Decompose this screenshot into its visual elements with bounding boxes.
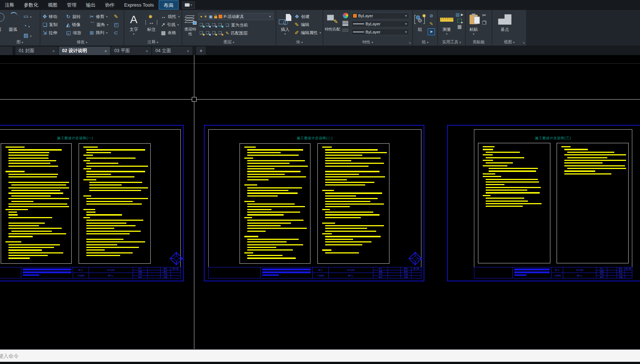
calculator-icon[interactable]: ▦ [457,24,462,29]
command-line-bar[interactable]: 键入命令 [0,349,640,362]
rectangle-tool-icon[interactable]: ▭ ▾ [24,13,32,19]
layer-isolate-icon[interactable] [205,22,211,28]
ungroup-button[interactable]: ⊘ [428,12,435,19]
color-wheel-icon[interactable] [343,13,348,18]
move-button[interactable]: ✥移动 [43,12,58,21]
copy-clip-icon[interactable]: ❐ [482,21,486,25]
menu-item-7[interactable]: Express Tools [119,0,159,10]
text-line [83,168,91,169]
close-icon[interactable]: × [53,49,55,53]
ribbon: 圆 圆弧 ▭ ▾ ◔ ▾ ▨ ▾ 图 ▾ ✥移动 ❏复制 ⇲拉伸 ↻旋转 ◭镜像… [0,10,640,46]
layer-off-icon[interactable] [199,22,205,28]
match-layer-button[interactable]: ✎匹配图层 [226,30,248,36]
ribbon-display-toggle[interactable]: ▾ [182,1,195,9]
lineweight-icon[interactable] [342,20,348,26]
close-icon[interactable]: × [105,49,107,53]
text-button[interactable]: A 文字▾ [126,12,142,36]
view-panel-label[interactable]: 视图 ▾ [492,39,526,45]
draw-panel-label[interactable]: 图 ▾ [0,39,40,45]
leader-button[interactable]: ↗引线▾ [161,21,180,29]
trim-button[interactable]: ✂修剪▾ [90,12,108,21]
group-selection-toggle[interactable]: ➤ [428,28,435,35]
layout-tab-stub[interactable] [0,47,12,55]
command-input-placeholder[interactable]: 键入命令 [0,353,19,360]
layer-thawall-icon[interactable] [205,30,211,36]
group-button[interactable]: ✹ 组 [413,12,427,32]
menu-item-5[interactable]: 输出 [81,0,100,10]
layout-tab-4[interactable]: 04 立面× [152,47,193,55]
fillet-button[interactable]: ⌒圆角▾ [90,21,108,29]
stretch-button[interactable]: ⇲拉伸 [43,29,58,37]
layer-freeze-icon[interactable] [212,22,217,28]
close-icon[interactable]: × [187,49,189,53]
hatch-tool-icon[interactable]: ▨ ▾ [24,32,32,39]
erase-button[interactable]: ✎ [114,12,119,21]
measure-button[interactable]: 测量▾ [439,12,455,36]
offset-button[interactable]: ⊂ [114,29,119,37]
rotate-button[interactable]: ↻旋转 [66,12,81,21]
text-line [8,214,18,215]
paste-button[interactable]: 粘贴▾ [467,12,481,36]
explode-button[interactable]: ◰ [114,21,119,29]
properties-panel-label[interactable]: 特性 ▾ [323,39,412,45]
text-gap [79,206,148,209]
ellipse-tool-icon[interactable]: ◔ ▾ [24,22,30,29]
new-layout-tab-button[interactable]: + [196,47,206,55]
block-panel-label[interactable]: 块 ▾ [276,39,323,45]
select-all-icon[interactable] [457,19,462,23]
layout-tab-3[interactable]: 03 平面× [111,47,151,55]
scale-button[interactable]: ◱缩放 [66,29,81,37]
mirror-button[interactable]: ◭镜像 [66,21,81,29]
layer-onoff-icon[interactable] [199,30,205,36]
menu-item-6[interactable]: 协作 [100,0,119,10]
meta-label: 图别 [617,267,624,270]
edit-block-button[interactable]: ✎编辑 [295,21,321,29]
arc-tool-icon[interactable] [10,12,18,20]
create-block-button[interactable]: ❖创建 [295,12,321,21]
insert-button[interactable]: 插入▾ [277,12,293,36]
layout-tab-1[interactable]: 01 封面× [15,47,58,55]
view-panel-expander[interactable]: ↘ [522,41,525,44]
layer-unlock-icon[interactable] [218,30,223,36]
close-icon[interactable]: × [146,49,148,53]
table-button[interactable]: ▦表格 [161,29,180,37]
match-properties-button[interactable]: ✎ 特性匹配 [324,12,341,32]
properties-panel-expander[interactable]: ↘ [408,41,411,44]
layout-tab-2[interactable]: 02 设计说明× [59,47,110,55]
layer-lock-tool-icon[interactable] [218,22,223,28]
lineweight-dropdown[interactable]: ByLayer▼ [351,21,409,27]
circle-tool-icon[interactable] [0,13,4,22]
layers-panel-label[interactable]: 图层 ▾ [182,39,276,45]
menu-item-8[interactable]: 布局 [159,0,179,10]
array-button[interactable]: ⊞阵列▾ [90,29,108,37]
linetype-icon[interactable] [342,28,348,32]
group-edit-button[interactable]: ✎ [428,20,435,27]
layer-dropdown-arrow[interactable]: ▼ [269,15,272,18]
linetype-dropdown[interactable]: ByLayer▼ [351,29,409,35]
layer-properties-button[interactable]: 图层特性 [183,12,198,36]
menu-item-3[interactable]: 视图 [43,0,62,10]
base-point-button[interactable]: 基点 [497,12,513,32]
menu-item-2[interactable]: 参数化 [19,0,43,10]
color-dropdown[interactable]: ByLayer▼ [351,12,409,19]
layer-dropdown[interactable]: ● ☀ ▣ P-活动家具 ▼ [198,13,273,20]
linear-dim-button[interactable]: ↔线性▾ [161,12,180,21]
layer-unisolate-icon[interactable] [212,30,217,36]
arc-tool-label[interactable]: 圆弧 [9,27,17,32]
utilities-panel-label[interactable]: 实用工具 ▾ [438,39,465,45]
modify-panel-label[interactable]: 修改 ▾ [40,39,123,45]
text-line [247,228,307,229]
annotate-panel-label[interactable]: 注释 ▾ [124,39,181,45]
circle-tool-label[interactable]: 圆 [0,27,1,32]
copy-button[interactable]: ❏复制 [43,21,58,29]
dimension-button[interactable]: ✺↔ 标注 [143,12,159,32]
drawing-canvas[interactable]: 施工图设计总说明(一)图 名工程编号设计说明图中心设计制图审核校对图别图号比例日… [0,55,640,349]
menu-item-1[interactable]: 注释 [0,0,19,10]
quick-select-icon[interactable]: ➤ [456,12,464,17]
menu-item-4[interactable]: 管理 [62,0,81,10]
clipboard-panel-label[interactable]: 剪贴板 [466,39,492,45]
edit-attribute-button[interactable]: ✐编辑属性▾ [295,29,321,37]
cut-icon[interactable]: ✂ [482,13,486,18]
groups-panel-label[interactable]: 组 ▾ [413,39,437,45]
set-current-button[interactable]: ❏置为当前 [226,22,248,28]
